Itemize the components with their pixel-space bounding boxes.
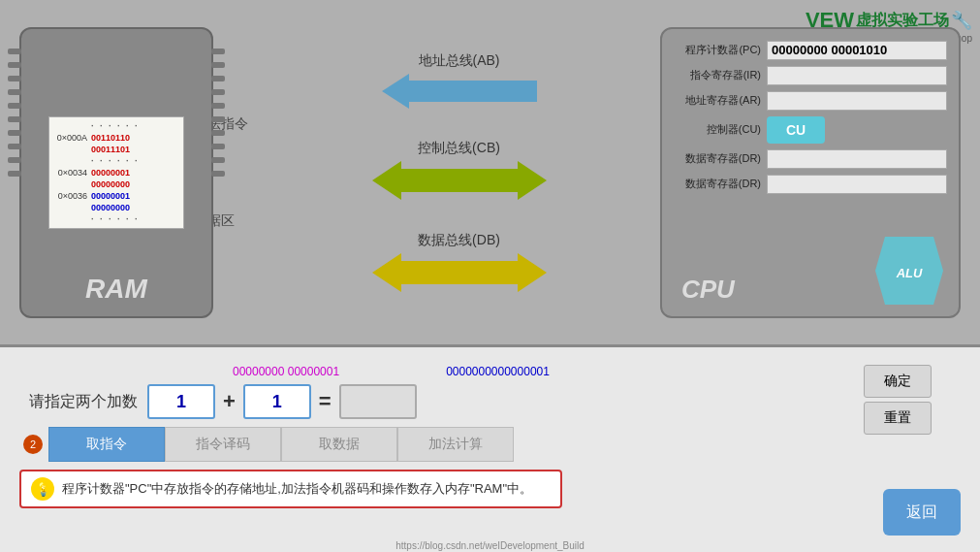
steps-row: 2 取指令 指令译码 取数据 加法计算 xyxy=(19,427,961,462)
data-bus-arrow xyxy=(372,253,547,292)
pc-value: 00000000 00001010 xyxy=(767,41,947,60)
step-badge: 2 xyxy=(23,435,43,454)
mem-row-000a-2: 00011101 xyxy=(53,145,179,154)
pin xyxy=(8,144,21,149)
hex-val2: 0000000000000001 xyxy=(446,365,550,378)
input2[interactable] xyxy=(243,384,311,419)
dr1-row: 数据寄存器(DR) xyxy=(674,149,947,169)
pin xyxy=(8,76,21,81)
arrow-left-icon xyxy=(372,253,401,292)
arrow-body xyxy=(401,169,518,192)
ir-value xyxy=(767,66,947,85)
pin xyxy=(8,171,21,177)
ar-value xyxy=(767,91,947,111)
arrow-body xyxy=(401,261,518,284)
mem-row-0036-2: 00000000 xyxy=(53,203,179,212)
step-add-button[interactable]: 加法计算 xyxy=(397,427,514,462)
dr2-row: 数据寄存器(DR) xyxy=(674,175,947,194)
arrow-left-icon xyxy=(372,161,401,200)
info-text: 程序计数器"PC"中存放指令的存储地址,加法指令机器码和操作数存入内存"RAM"… xyxy=(62,480,532,498)
top-section: VEW 虚拟实验工场 🔧 Virtual Experiment Workshop xyxy=(0,0,980,344)
formula-area: 00000000 00000001 0000000000000001 请指定两个… xyxy=(19,365,961,419)
info-icon: 💡 xyxy=(31,477,54,501)
pin xyxy=(8,49,21,54)
dr1-label: 数据寄存器(DR) xyxy=(674,151,761,166)
cu-row: 控制器(CU) CU xyxy=(674,116,947,144)
pin xyxy=(211,144,225,149)
hex-labels: 00000000 00000001 0000000000000001 xyxy=(233,365,550,378)
pin xyxy=(8,116,21,122)
ir-label: 指令寄存器(IR) xyxy=(674,68,761,82)
data-bus-label: 数据总线(DB) xyxy=(418,232,500,249)
arrow-right-icon xyxy=(518,253,547,292)
pin xyxy=(211,103,225,109)
plus-sign: + xyxy=(223,389,236,414)
mem-row-0036-1: 0×0036 00000001 xyxy=(53,191,179,201)
data-bus: 数据总线(DB) xyxy=(372,232,547,292)
arrow-body xyxy=(409,81,537,102)
pc-row: 程序计数器(PC) 00000000 00001010 xyxy=(674,41,947,60)
confirm-button[interactable]: 确定 xyxy=(864,365,932,398)
mem-row-000a-1: 0×000A 00110110 xyxy=(53,133,179,143)
step-decode-button[interactable]: 指令译码 xyxy=(165,427,281,462)
control-bus-label: 控制总线(CB) xyxy=(418,140,500,157)
ram-chip: · · · · · · 0×000A 00110110 00011101 · ·… xyxy=(19,27,213,318)
equals-sign: = xyxy=(319,389,332,414)
pin xyxy=(211,62,225,68)
ir-row: 指令寄存器(IR) xyxy=(674,66,947,85)
info-box: 💡 程序计数器"PC"中存放指令的存储地址,加法指令机器码和操作数存入内存"RA… xyxy=(19,470,562,508)
pin xyxy=(8,62,21,68)
footer-link: https://blog.csdn.net/weIDevelopment_Bui… xyxy=(395,540,585,551)
ar-label: 地址寄存器(AR) xyxy=(674,93,761,108)
ar-row: 地址寄存器(AR) xyxy=(674,91,947,111)
cu-button[interactable]: CU xyxy=(767,116,825,144)
prompt-label: 请指定两个加数 xyxy=(29,392,138,412)
bulb-icon: 💡 xyxy=(35,481,51,497)
address-bus: 地址总线(AB) xyxy=(382,52,537,109)
mem-dots-top: · · · · · · xyxy=(53,121,179,131)
pin xyxy=(8,157,21,163)
input1[interactable] xyxy=(147,384,215,419)
pin xyxy=(8,103,21,109)
ram-pins-left xyxy=(8,49,21,177)
address-bus-arrow xyxy=(382,74,537,109)
bottom-section: 00000000 00000001 0000000000000001 请指定两个… xyxy=(0,347,980,552)
ram-pins-right xyxy=(211,49,225,177)
address-bus-label: 地址总线(AB) xyxy=(419,52,500,70)
arrow-right-icon xyxy=(518,161,547,200)
dr1-value xyxy=(767,149,947,169)
ram-label: RAM xyxy=(85,274,147,305)
alu-shape: ALU xyxy=(875,237,943,305)
pin xyxy=(211,171,225,177)
bottom-inner: 00000000 00000001 0000000000000001 请指定两个… xyxy=(19,357,961,508)
pin xyxy=(8,130,21,136)
mem-dots-bottom: · · · · · · xyxy=(53,214,179,224)
pin xyxy=(211,49,225,54)
arrow-left-icon xyxy=(382,74,409,109)
control-bus: 控制总线(CB) xyxy=(372,140,547,200)
cpu-label: CPU xyxy=(681,275,735,305)
pin xyxy=(211,89,225,95)
cpu-panel: 程序计数器(PC) 00000000 00001010 指令寄存器(IR) 地址… xyxy=(660,27,961,318)
pc-label: 程序计数器(PC) xyxy=(674,43,761,57)
svg-text:ALU: ALU xyxy=(896,266,923,280)
step-fetch-data-button[interactable]: 取数据 xyxy=(281,427,397,462)
pin xyxy=(211,157,225,163)
pin xyxy=(8,89,21,95)
pin xyxy=(211,116,225,122)
return-button[interactable]: 返回 xyxy=(883,489,961,536)
hex-val1: 00000000 00000001 xyxy=(233,365,339,378)
cu-label: 控制器(CU) xyxy=(674,122,761,137)
bus-area: 地址总线(AB) 控制总线(CB) 数据总线(DB) xyxy=(258,37,660,308)
mem-dots-mid1: · · · · · · xyxy=(53,156,179,166)
pin xyxy=(211,130,225,136)
dr2-value xyxy=(767,175,947,194)
control-bus-arrow xyxy=(372,161,547,200)
ram-memory-display: · · · · · · 0×000A 00110110 00011101 · ·… xyxy=(48,116,184,229)
pin xyxy=(211,76,225,81)
mem-row-0034-2: 00000000 xyxy=(53,179,179,189)
result-input[interactable] xyxy=(339,384,417,419)
dr2-label: 数据寄存器(DR) xyxy=(674,177,761,191)
step-fetch-button[interactable]: 取指令 xyxy=(48,427,165,462)
action-buttons: 确定 重置 xyxy=(864,365,932,435)
